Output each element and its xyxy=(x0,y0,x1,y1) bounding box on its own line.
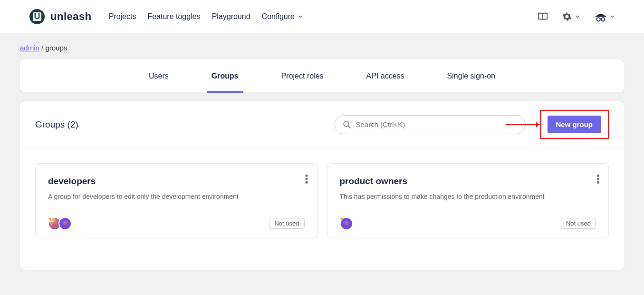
tab-sso[interactable]: Single sign-on xyxy=(447,59,495,93)
gear-icon xyxy=(562,12,572,21)
groups-grid: ••• developers A group for developers to… xyxy=(20,148,624,254)
avatar: 👾 xyxy=(58,217,72,230)
svg-rect-0 xyxy=(596,16,606,17)
card-footer: ★👾 Not used xyxy=(340,217,596,230)
nav-configure[interactable]: Configure xyxy=(262,12,303,21)
tabs-card: Users Groups Project roles API access Si… xyxy=(20,59,624,93)
svg-point-2 xyxy=(601,18,605,21)
user-menu-button[interactable] xyxy=(595,10,615,23)
usage-badge: Not used xyxy=(269,218,304,229)
group-description: This has permissions to make changes to … xyxy=(340,192,596,202)
panel-title: Groups (2) xyxy=(35,119,335,130)
annotation-arrow xyxy=(506,124,541,125)
brand-name: unleash xyxy=(50,10,92,23)
card-footer: ★👾 👾 Not used xyxy=(48,217,305,230)
tab-project-roles[interactable]: Project roles xyxy=(281,59,324,93)
annotation-highlight: New group xyxy=(540,110,609,139)
group-name: product owners xyxy=(340,176,596,187)
nav-projects[interactable]: Projects xyxy=(109,12,136,21)
breadcrumb: admin / groups xyxy=(0,33,644,57)
nav-playground[interactable]: Playground xyxy=(212,12,250,21)
topbar: U unleash Projects Feature toggles Playg… xyxy=(0,0,644,33)
avatar: ★👾 xyxy=(340,217,353,230)
nav-feature-toggles[interactable]: Feature toggles xyxy=(147,12,200,21)
main-nav: Projects Feature toggles Playground Conf… xyxy=(109,12,303,21)
book-icon xyxy=(538,12,548,21)
search-input[interactable] xyxy=(356,120,518,128)
new-group-button[interactable]: New group xyxy=(548,116,602,133)
breadcrumb-current: groups xyxy=(45,44,67,52)
tab-groups[interactable]: Groups xyxy=(211,59,239,93)
group-name: developers xyxy=(48,176,305,187)
group-card-developers[interactable]: ••• developers A group for developers to… xyxy=(35,163,317,238)
member-avatars: ★👾 👾 xyxy=(48,217,72,230)
groups-panel: Groups (2) New group ••• developers A gr… xyxy=(20,101,624,270)
svg-line-4 xyxy=(348,126,350,128)
panel-header: Groups (2) New group xyxy=(20,101,624,148)
docs-button[interactable] xyxy=(538,12,548,21)
tab-users[interactable]: Users xyxy=(149,59,169,93)
chevron-down-icon xyxy=(298,14,303,20)
card-menu-button[interactable]: ••• xyxy=(305,174,308,184)
card-menu-button[interactable]: ••• xyxy=(596,174,600,184)
settings-button[interactable] xyxy=(562,12,580,21)
svg-point-3 xyxy=(344,121,349,127)
chevron-down-icon xyxy=(610,14,615,20)
svg-point-1 xyxy=(596,18,600,21)
group-description: A group for developers to edit only the … xyxy=(48,192,305,202)
logo-icon: U xyxy=(29,9,45,24)
tab-api-access[interactable]: API access xyxy=(366,59,404,93)
nav-configure-label: Configure xyxy=(262,12,295,21)
brand-logo[interactable]: U unleash xyxy=(29,9,92,24)
usage-badge: Not used xyxy=(561,218,596,229)
group-card-product-owners[interactable]: ••• product owners This has permissions … xyxy=(327,163,609,238)
top-icons xyxy=(538,10,615,23)
admin-tabs: Users Groups Project roles API access Si… xyxy=(20,59,624,93)
search-field[interactable] xyxy=(335,115,526,134)
breadcrumb-admin[interactable]: admin xyxy=(20,44,39,52)
member-avatars: ★👾 xyxy=(340,217,353,230)
incognito-icon xyxy=(595,10,607,23)
search-icon xyxy=(343,120,351,129)
chevron-down-icon xyxy=(575,14,580,20)
